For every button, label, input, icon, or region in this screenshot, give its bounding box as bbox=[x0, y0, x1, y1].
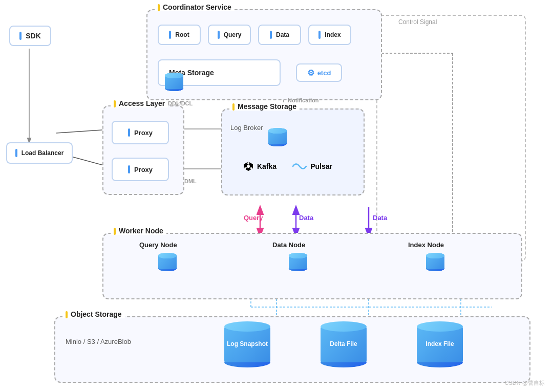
proxy1-label: Proxy bbox=[134, 129, 153, 137]
notification-label: Notification bbox=[288, 97, 319, 103]
meta-storage-box: Meta Storage bbox=[158, 59, 281, 86]
sdk-box: SDK bbox=[9, 26, 51, 46]
query-node-group: Query Node bbox=[139, 241, 177, 253]
access-layer-label: Access Layer bbox=[111, 99, 168, 107]
delta-file-label: Delta File bbox=[330, 340, 357, 349]
data-node-group: Data Node bbox=[272, 241, 305, 253]
svg-point-26 bbox=[247, 165, 250, 168]
pulsar-icon bbox=[292, 161, 307, 172]
data-arrow-label1: Data bbox=[299, 214, 313, 222]
sdk-label: SDK bbox=[26, 32, 41, 40]
index-node-group: Index Node bbox=[408, 241, 444, 253]
kafka-label: Kafka bbox=[257, 162, 276, 170]
in-cyl3 bbox=[426, 253, 444, 271]
data-node-label: Data Node bbox=[272, 241, 305, 249]
watermark: CSDN @曹自标 bbox=[505, 379, 545, 387]
meta-cyl3 bbox=[165, 73, 183, 91]
index-coord-box: Index bbox=[308, 25, 351, 45]
data-coord-box: Data bbox=[258, 25, 301, 45]
query-node-label: Query Node bbox=[139, 241, 177, 249]
proxy2-label: Proxy bbox=[134, 166, 153, 173]
access-layer-box: Access Layer Proxy Proxy bbox=[102, 105, 184, 195]
kafka-wrap: Kafka bbox=[243, 161, 276, 172]
proxy1-box: Proxy bbox=[112, 121, 169, 144]
qn-cyl3 bbox=[158, 253, 177, 271]
data-coord-label: Data bbox=[276, 31, 289, 38]
etcd-label: etcd bbox=[317, 69, 331, 77]
control-signal-label: Control Signal bbox=[398, 18, 437, 26]
log-snapshot-label: Log Snapshot bbox=[227, 340, 268, 349]
log-cyl3 bbox=[268, 128, 287, 146]
svg-point-27 bbox=[247, 162, 249, 164]
log-snapshot-wrap: Log Snapshot bbox=[224, 321, 270, 367]
load-balancer-box: Load Balancer bbox=[6, 142, 73, 164]
delta-file-wrap: Delta File bbox=[321, 321, 367, 367]
query-coord-label: Query bbox=[224, 31, 242, 38]
message-storage-box: Message Storage Log Broker bbox=[221, 108, 365, 195]
coordinator-label: Coordinator Service bbox=[155, 3, 235, 11]
object-storage-desc: Minio / S3 / AzureBlob bbox=[66, 338, 131, 345]
query-coord-box: Query bbox=[208, 25, 251, 45]
proxy2-box: Proxy bbox=[112, 158, 169, 181]
query-arrow-label: Query bbox=[244, 214, 263, 222]
gear-icon: ⚙ bbox=[307, 68, 314, 78]
diagram: SDK Load Balancer Access Layer Proxy Pro… bbox=[0, 0, 553, 392]
load-balancer-label: Load Balancer bbox=[22, 149, 64, 157]
pulsar-label: Pulsar bbox=[310, 162, 332, 170]
root-label: Root bbox=[175, 31, 189, 38]
data-arrow-label2: Data bbox=[373, 214, 387, 222]
ddl-dcl-label: DDL/DCL bbox=[168, 100, 193, 106]
index-coord-label: Index bbox=[325, 31, 341, 38]
index-node-label: Index Node bbox=[408, 241, 444, 249]
dn-cyl3 bbox=[289, 253, 307, 271]
message-storage-label: Message Storage bbox=[229, 102, 300, 111]
index-file-label: Index File bbox=[426, 340, 454, 349]
object-storage-box: Object Storage Minio / S3 / AzureBlob Lo… bbox=[54, 316, 530, 383]
log-broker-label: Log Broker bbox=[230, 124, 263, 132]
kafka-icon bbox=[243, 161, 254, 172]
etcd-box: ⚙ etcd bbox=[296, 63, 342, 82]
object-storage-label: Object Storage bbox=[62, 310, 125, 318]
index-file-wrap: Index File bbox=[417, 321, 463, 367]
pulsar-wrap: Pulsar bbox=[292, 161, 332, 172]
svg-rect-10 bbox=[377, 15, 525, 261]
coordinator-service-box: Coordinator Service Root Query Data Inde… bbox=[146, 9, 382, 100]
worker-node-box: Worker Node Query Node Data Node Index N… bbox=[102, 233, 522, 299]
root-box: Root bbox=[158, 25, 201, 45]
dml-label: DML bbox=[184, 178, 197, 184]
worker-node-label: Worker Node bbox=[111, 227, 166, 235]
